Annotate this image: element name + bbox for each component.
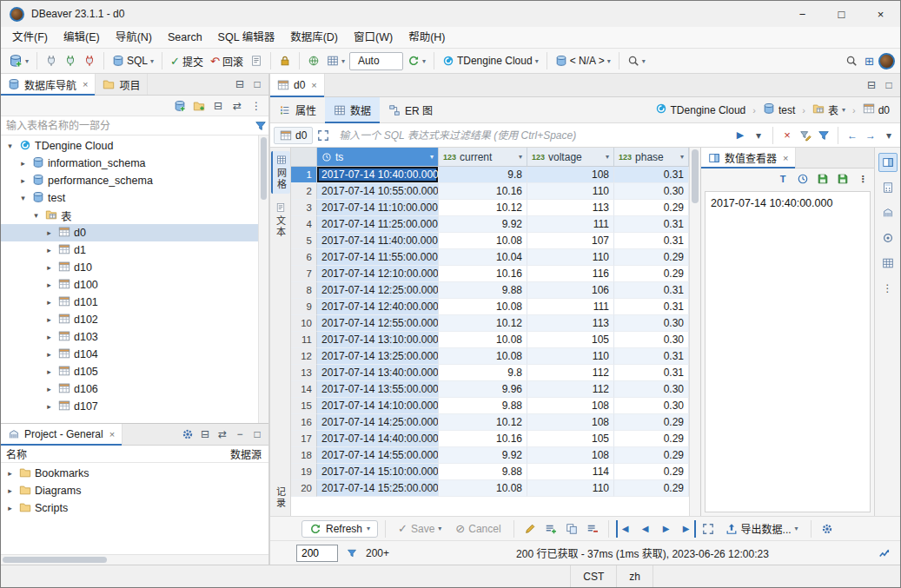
row-number-14[interactable]: 14: [291, 381, 317, 398]
cell-current-3[interactable]: 10.12: [439, 200, 527, 216]
cell-current-13[interactable]: 9.8: [439, 365, 527, 381]
chevron-down-icon[interactable]: ▾: [30, 211, 42, 220]
transaction-mode-combo[interactable]: Auto: [349, 52, 403, 70]
apply-filter-play-icon[interactable]: ▶: [732, 128, 748, 143]
chevron-right-icon[interactable]: ▸: [43, 367, 55, 376]
menu-help[interactable]: 帮助(H): [401, 27, 453, 48]
tab-value-viewer[interactable]: 数值查看器 ×: [701, 148, 796, 168]
cell-ts-10[interactable]: 2017-07-14 12:55:00.000: [317, 315, 439, 332]
save-dropdown[interactable]: ▾: [438, 525, 441, 532]
row-number-10[interactable]: 10: [291, 315, 317, 332]
language-indicator[interactable]: zh: [616, 565, 653, 587]
cell-phase-14[interactable]: 0.30: [614, 381, 689, 398]
presentation-grid-tab[interactable]: 网格: [271, 151, 290, 194]
chevron-right-icon[interactable]: ▸: [43, 333, 55, 341]
new-connection-button[interactable]: ▾: [6, 52, 31, 69]
grid-corner-cell[interactable]: [291, 148, 317, 166]
cell-phase-7[interactable]: 0.29: [614, 266, 689, 282]
cell-phase-9[interactable]: 0.31: [614, 299, 689, 315]
output-grid-button[interactable]: ▾: [324, 53, 348, 69]
column-datasource-header[interactable]: 数据源: [230, 446, 263, 461]
cell-current-7[interactable]: 10.16: [439, 266, 527, 282]
toggle-grid-panel-button[interactable]: [878, 254, 898, 273]
column-header-ts[interactable]: ts ▾: [317, 148, 439, 166]
history-back-button[interactable]: ←: [845, 128, 860, 143]
project-collapse-icon[interactable]: ⊟: [197, 426, 213, 442]
cell-voltage-1[interactable]: 108: [527, 167, 614, 183]
chevron-right-icon[interactable]: ▸: [4, 469, 16, 478]
cell-voltage-10[interactable]: 113: [527, 315, 614, 332]
close-editor-tab-icon[interactable]: ×: [311, 80, 316, 90]
cell-ts-8[interactable]: 2017-07-14 12:25:00.000: [317, 282, 439, 299]
filter-history-dropdown[interactable]: ▾: [751, 128, 766, 143]
cell-current-12[interactable]: 10.08: [439, 348, 527, 365]
tree-item-d100[interactable]: ▸d100: [1, 276, 258, 294]
cell-phase-3[interactable]: 0.29: [614, 200, 689, 216]
cell-voltage-19[interactable]: 114: [527, 464, 614, 480]
cell-ts-12[interactable]: 2017-07-14 13:25:00.000: [317, 348, 439, 365]
result-settings-gear-icon[interactable]: [818, 520, 836, 538]
chevron-right-icon[interactable]: ▸: [17, 159, 29, 168]
record-mode-tab[interactable]: 记录: [271, 483, 290, 512]
column-header-current[interactable]: 123 current ▾: [439, 148, 527, 166]
new-sql-editor-button[interactable]: SQL▾: [109, 53, 156, 69]
sql-editor-dropdown[interactable]: ▾: [150, 57, 154, 65]
cell-current-11[interactable]: 10.08: [439, 332, 527, 348]
export-dropdown[interactable]: ▾: [795, 525, 798, 532]
rollback-button[interactable]: ↶回滚: [208, 52, 246, 70]
menu-window[interactable]: 窗口(W): [346, 27, 401, 48]
chevron-right-icon[interactable]: ▸: [43, 228, 55, 237]
row-number-8[interactable]: 8: [291, 282, 317, 299]
tree-item-d104[interactable]: ▸d104: [1, 346, 258, 363]
project-item-scripts[interactable]: ▸Scripts: [1, 499, 268, 517]
cell-ts-17[interactable]: 2017-07-14 14:40:00.000: [317, 431, 439, 447]
maximize-button[interactable]: □: [822, 1, 861, 27]
project-item-diagrams[interactable]: ▸Diagrams: [1, 482, 268, 499]
perspective-button[interactable]: ⊞: [862, 54, 877, 69]
row-number-19[interactable]: 19: [291, 464, 317, 480]
value-panel-menu-icon[interactable]: ⋮: [855, 171, 871, 187]
expand-filter-icon[interactable]: [315, 128, 331, 143]
cell-ts-1[interactable]: 2017-07-14 10:40:00.000: [317, 167, 439, 183]
search-dropdown[interactable]: ▾: [642, 57, 646, 65]
tree-item-d0[interactable]: ▸d0: [1, 224, 258, 241]
editor-tab-d0[interactable]: d0 ×: [270, 74, 325, 96]
cell-ts-4[interactable]: 2017-07-14 11:25:00.000: [317, 216, 439, 233]
disconnect-button[interactable]: [81, 53, 98, 69]
breadcrumb-item-TDengine Cloud[interactable]: TDengine Cloud: [652, 101, 750, 119]
cell-voltage-8[interactable]: 106: [527, 282, 614, 299]
quick-search-button[interactable]: [843, 53, 860, 69]
row-number-1[interactable]: 1: [291, 167, 317, 183]
cell-voltage-12[interactable]: 110: [527, 348, 614, 365]
fetch-funnel-icon[interactable]: [343, 545, 361, 562]
chevron-right-icon[interactable]: ▸: [4, 504, 16, 512]
close-button[interactable]: ×: [861, 1, 900, 27]
tree-item-d10[interactable]: ▸d10: [1, 259, 258, 276]
chevron-down-icon[interactable]: ▾: [17, 194, 29, 202]
fetch-more-label[interactable]: 200+: [366, 547, 389, 559]
cell-ts-9[interactable]: 2017-07-14 12:40:00.000: [317, 299, 439, 315]
refresh-button[interactable]: Refresh ▾: [301, 520, 378, 538]
cell-phase-8[interactable]: 0.31: [614, 282, 689, 299]
link-with-editor-icon[interactable]: ⇄: [229, 98, 245, 114]
cell-voltage-9[interactable]: 111: [527, 299, 614, 315]
column-name-header[interactable]: 名称: [6, 446, 27, 461]
transaction-log-button[interactable]: [248, 53, 265, 69]
chevron-right-icon[interactable]: ▸: [43, 315, 55, 324]
row-number-4[interactable]: 4: [291, 216, 317, 233]
row-number-6[interactable]: 6: [291, 249, 317, 266]
tree-item-d107[interactable]: ▸d107: [1, 398, 258, 415]
cell-phase-6[interactable]: 0.29: [614, 249, 689, 266]
row-number-15[interactable]: 15: [291, 398, 317, 414]
ts-filter-dropdown[interactable]: ▾: [430, 153, 434, 161]
row-number-17[interactable]: 17: [291, 431, 317, 447]
row-number-11[interactable]: 11: [291, 332, 317, 348]
cell-phase-1[interactable]: 0.31: [614, 167, 689, 183]
cell-current-10[interactable]: 10.12: [439, 315, 527, 332]
cell-voltage-11[interactable]: 105: [527, 332, 614, 348]
save-value-button[interactable]: [815, 171, 831, 187]
timezone-indicator[interactable]: CST: [570, 565, 616, 587]
sql-filter-input[interactable]: [334, 127, 730, 144]
object-search-button[interactable]: ▾: [625, 53, 648, 69]
connect-button[interactable]: [43, 53, 60, 69]
